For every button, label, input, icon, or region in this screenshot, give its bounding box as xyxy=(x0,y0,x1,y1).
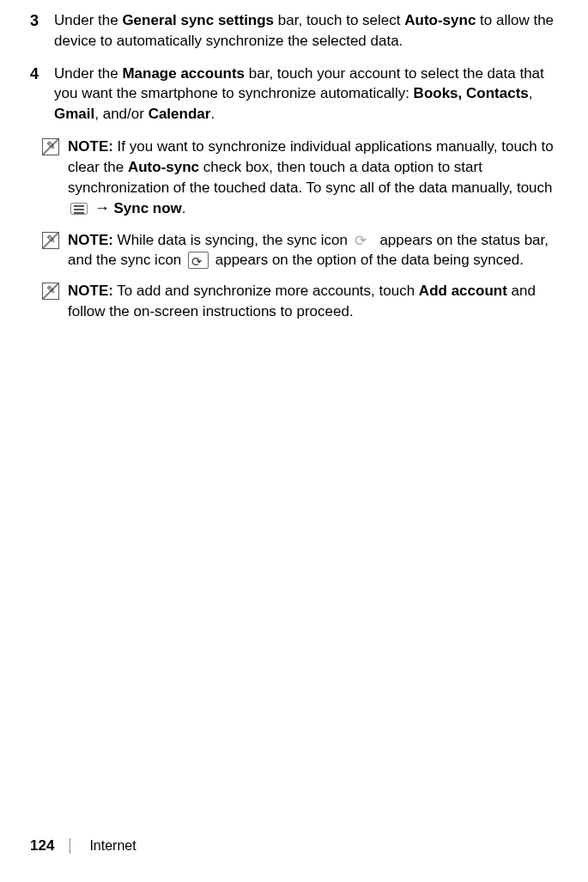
page-content: 3 Under the General sync settings bar, t… xyxy=(30,10,571,322)
note-block-2: NOTE: While data is syncing, the sync ic… xyxy=(42,230,571,271)
arrow-icon: → xyxy=(94,199,110,216)
note-icon xyxy=(42,232,59,249)
note-icon xyxy=(42,283,59,300)
page-footer: 124 Internet xyxy=(30,836,136,856)
note-text: NOTE: To add and synchronize more accoun… xyxy=(68,281,571,322)
step-4: 4 Under the Manage accounts bar, touch y… xyxy=(30,64,571,125)
note-block-1: NOTE: If you want to synchronize individ… xyxy=(42,137,571,220)
note-text: NOTE: If you want to synchronize individ… xyxy=(68,137,571,220)
page-number: 124 xyxy=(30,836,54,856)
footer-divider xyxy=(70,838,70,854)
step-text: Under the General sync settings bar, tou… xyxy=(54,10,571,52)
note-text: NOTE: While data is syncing, the sync ic… xyxy=(68,230,571,271)
step-number: 4 xyxy=(30,64,54,125)
sync-icon: ⟳ xyxy=(355,230,373,249)
step-number: 3 xyxy=(30,10,54,52)
step-3: 3 Under the General sync settings bar, t… xyxy=(30,10,571,52)
note-icon xyxy=(42,138,59,155)
sync-boxed-icon: ⟳ xyxy=(188,252,209,269)
section-name: Internet xyxy=(89,836,136,855)
step-text: Under the Manage accounts bar, touch you… xyxy=(54,64,571,125)
menu-icon xyxy=(70,203,88,215)
note-block-3: NOTE: To add and synchronize more accoun… xyxy=(42,281,571,322)
